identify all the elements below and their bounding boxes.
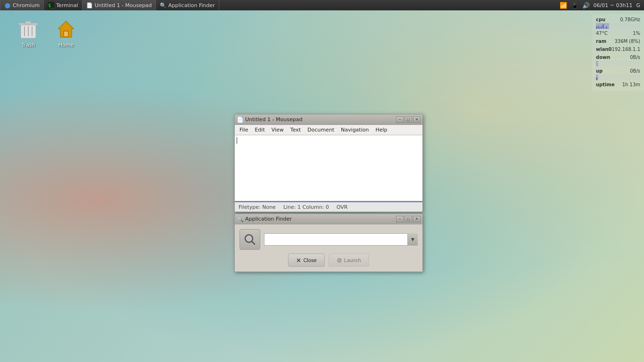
down-value: 0B/s bbox=[630, 55, 640, 60]
appfinder-search-row: ▼ bbox=[239, 229, 418, 250]
appfinder-window-icon: 🔍 bbox=[237, 216, 243, 222]
menu-edit[interactable]: Edit bbox=[252, 126, 267, 134]
mousepad-editor[interactable] bbox=[235, 135, 422, 201]
taskbar-mousepad-label: Untitled 1 - Mousepad bbox=[95, 2, 152, 8]
desktop-icon-trash[interactable]: Trash bbox=[9, 16, 47, 50]
svg-rect-8 bbox=[64, 32, 68, 36]
appfinder-titlebar[interactable]: 🔍 Application Finder ─ □ ✕ bbox=[235, 214, 422, 224]
mousepad-maximize-btn[interactable]: □ bbox=[405, 116, 412, 123]
trash-label: Trash bbox=[21, 42, 35, 48]
taskbar-appfinder-label: Application Finder bbox=[168, 2, 215, 8]
up-label: up bbox=[596, 68, 603, 74]
svg-line-10 bbox=[252, 241, 255, 244]
mousepad-close-btn[interactable]: ✕ bbox=[413, 116, 421, 123]
taskbar: ⬤ Chromium $_ Terminal 📄 Untitled 1 - Mo… bbox=[0, 0, 644, 10]
launch-icon: ⚙ bbox=[337, 257, 342, 264]
appfinder-close-action-btn[interactable]: ✕ Close bbox=[288, 254, 324, 267]
datetime-display: 06/01 ~ 03h11 bbox=[594, 2, 633, 8]
network-icon: 📱 bbox=[571, 2, 578, 9]
mousepad-statusbar: Filetype: None Line: 1 Column: 0 OVR bbox=[235, 201, 422, 212]
appfinder-taskbar-icon: 🔍 bbox=[160, 2, 166, 8]
taskbar-chromium-label: Chromium bbox=[13, 2, 40, 8]
menu-text[interactable]: Text bbox=[288, 126, 304, 134]
taskbar-app-chromium[interactable]: ⬤ Chromium bbox=[0, 0, 44, 10]
cpu-label: cpu bbox=[596, 17, 605, 22]
appfinder-maximize-btn[interactable]: □ bbox=[405, 216, 412, 222]
uptime-label: uptime bbox=[596, 82, 615, 87]
desktop: ⬤ Chromium $_ Terminal 📄 Untitled 1 - Mo… bbox=[0, 0, 644, 362]
cpu-percent: 1% bbox=[633, 31, 640, 36]
appfinder-window-controls: ─ □ ✕ bbox=[396, 216, 421, 222]
appfinder-dropdown-btn[interactable]: ▼ bbox=[407, 233, 418, 246]
chromium-icon: ⬤ bbox=[4, 2, 11, 8]
mousepad-minimize-btn[interactable]: ─ bbox=[396, 116, 404, 123]
menu-help[interactable]: Help bbox=[372, 126, 390, 134]
cpu-temp: 47°C bbox=[596, 31, 608, 36]
taskbar-right: 📶 📱 🔊 06/01 ~ 03h11 G bbox=[560, 2, 644, 9]
appfinder-search-icon-btn[interactable] bbox=[239, 229, 260, 250]
appfinder-window: 🔍 Application Finder ─ □ ✕ ▼ bbox=[234, 214, 423, 272]
wifi-icon: 📶 bbox=[560, 2, 567, 9]
appfinder-input-wrapper: ▼ bbox=[264, 233, 418, 246]
launch-btn-label: Launch bbox=[344, 257, 361, 263]
terminal-icon: $_ bbox=[48, 2, 54, 8]
wlan-ip: 192.168.1.1 bbox=[612, 47, 640, 52]
mousepad-titlebar[interactable]: 📄 Untitled 1 - Mousepad ─ □ ✕ bbox=[235, 115, 422, 125]
desktop-icon-home[interactable]: Home bbox=[47, 16, 85, 50]
mousepad-window-title: Untitled 1 - Mousepad bbox=[245, 116, 396, 123]
menu-document[interactable]: Document bbox=[305, 126, 337, 134]
appfinder-buttons-row: ✕ Close ⚙ Launch bbox=[239, 254, 418, 267]
mousepad-window-controls: ─ □ ✕ bbox=[396, 116, 421, 123]
down-bar bbox=[596, 61, 640, 66]
appfinder-window-title: Application Finder bbox=[245, 216, 396, 222]
mousepad-window: 📄 Untitled 1 - Mousepad ─ □ ✕ File Edit … bbox=[234, 114, 423, 212]
appfinder-close-btn[interactable]: ✕ bbox=[413, 216, 421, 222]
uptime-value: 1h 13m bbox=[622, 82, 640, 87]
battery-icon: G bbox=[636, 2, 640, 8]
wlan-label: wlan0 bbox=[596, 47, 612, 52]
volume-icon: 🔊 bbox=[582, 2, 590, 9]
appfinder-launch-btn[interactable]: ⚙ Launch bbox=[329, 254, 369, 267]
menu-view[interactable]: View bbox=[269, 126, 287, 134]
ram-value: 336M (8%) bbox=[614, 39, 640, 44]
mode-status: OVR bbox=[337, 204, 348, 210]
sysmon-panel: cpu 0.78GHz 47°C 1% ram 336M (8%) wl bbox=[592, 14, 644, 91]
appfinder-minimize-btn[interactable]: ─ bbox=[396, 216, 404, 222]
down-label: down bbox=[596, 55, 610, 60]
svg-rect-2 bbox=[25, 21, 31, 24]
menu-file[interactable]: File bbox=[237, 126, 251, 134]
text-cursor bbox=[237, 137, 237, 144]
up-bar bbox=[596, 74, 640, 80]
mousepad-menubar: File Edit View Text Document Navigation … bbox=[235, 125, 422, 135]
taskbar-app-terminal[interactable]: $_ Terminal bbox=[44, 0, 83, 10]
taskbar-app-appfinder[interactable]: 🔍 Application Finder bbox=[156, 0, 219, 10]
ram-label: ram bbox=[596, 39, 606, 44]
close-btn-label: Close bbox=[303, 257, 316, 263]
appfinder-search-input[interactable] bbox=[264, 233, 418, 246]
mousepad-window-icon: 📄 bbox=[237, 116, 243, 123]
taskbar-app-mousepad[interactable]: 📄 Untitled 1 - Mousepad bbox=[83, 0, 156, 10]
taskbar-terminal-label: Terminal bbox=[56, 2, 78, 8]
filetype-status: Filetype: None bbox=[239, 204, 276, 210]
close-icon: ✕ bbox=[296, 257, 301, 264]
position-status: Line: 1 Column: 0 bbox=[283, 204, 329, 210]
menu-navigation[interactable]: Navigation bbox=[338, 126, 372, 134]
cpu-value: 0.78GHz bbox=[620, 17, 640, 22]
up-value: 0B/s bbox=[630, 68, 640, 74]
home-label: Home bbox=[58, 42, 74, 48]
mousepad-icon: 📄 bbox=[86, 2, 93, 8]
trash-icon bbox=[17, 18, 40, 41]
appfinder-body: ▼ ✕ Close ⚙ Launch bbox=[235, 224, 422, 272]
cpu-bar bbox=[596, 23, 640, 29]
home-icon bbox=[55, 18, 77, 41]
